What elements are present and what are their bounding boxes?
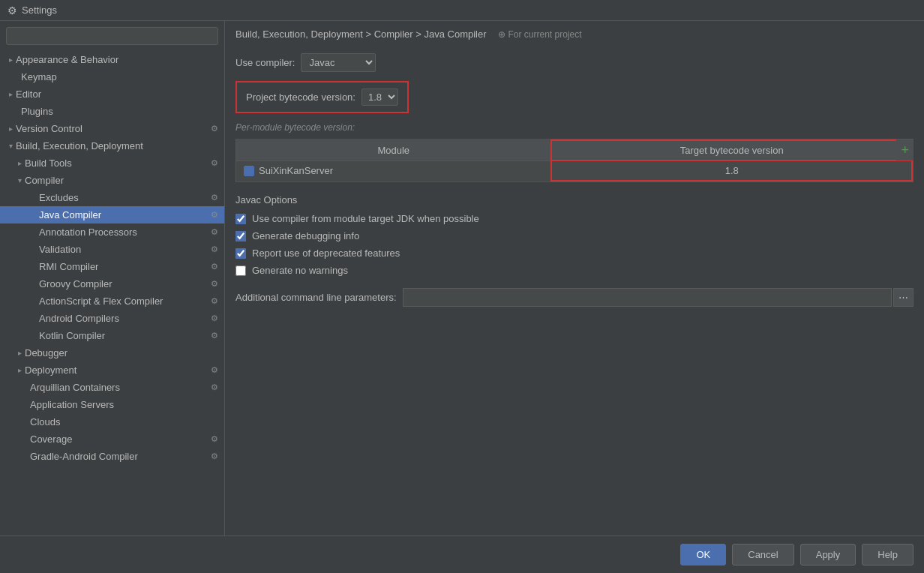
sidebar-item-label-versionControl: Version Control xyxy=(16,123,82,134)
settings-icon: ⚙ xyxy=(8,4,17,16)
target-version-cell: 1.8 xyxy=(551,160,912,181)
option-label-useCompilerFromModule: Use compiler from module target JDK when… xyxy=(252,213,479,224)
sidebar-item-label-annotationProcessors: Annotation Processors xyxy=(39,226,137,238)
expand-icon-versionControl xyxy=(9,124,13,133)
sidebar-item-label-keymap: Keymap xyxy=(21,71,57,82)
dialog-footer: OK Cancel Apply Help xyxy=(0,536,924,573)
sidebar-item-gradleAndroid[interactable]: Gradle-Android Compiler⚙ xyxy=(0,448,224,465)
cancel-button[interactable]: Cancel xyxy=(732,544,794,566)
sidebar-item-label-editor: Editor xyxy=(16,88,41,100)
sidebar-item-arquillianContainers[interactable]: Arquillian Containers⚙ xyxy=(0,379,224,396)
use-compiler-label: Use compiler: xyxy=(236,57,295,68)
option-row-useCompilerFromModule: Use compiler from module target JDK when… xyxy=(236,213,914,224)
checkbox-useCompilerFromModule[interactable] xyxy=(236,214,246,224)
sidebar-item-rmiCompiler[interactable]: RMI Compiler⚙ xyxy=(0,258,224,275)
checkbox-generateDebuggingInfo[interactable] xyxy=(236,231,246,242)
sidebar-item-plugins[interactable]: Plugins xyxy=(0,103,224,120)
sidebar-item-applicationServers[interactable]: Application Servers xyxy=(0,396,224,413)
sidebar-item-label-plugins: Plugins xyxy=(21,106,53,117)
expand-icon-compiler xyxy=(18,176,22,184)
sidebar-item-label-rmiCompiler: RMI Compiler xyxy=(39,261,98,272)
sidebar-item-debugger[interactable]: Debugger xyxy=(0,344,224,362)
sidebar-item-groovyCompiler[interactable]: Groovy Compiler⚙ xyxy=(0,275,224,292)
javac-options-title: Javac Options xyxy=(236,194,914,206)
project-bytecode-box: Project bytecode version: 1.8 xyxy=(236,81,409,113)
compiler-select[interactable]: Javac xyxy=(301,53,376,72)
sidebar-item-deployment[interactable]: Deployment⚙ xyxy=(0,362,224,379)
settings-icon-excludes: ⚙ xyxy=(211,193,218,202)
cmd-browse-button[interactable]: ⋯ xyxy=(893,288,914,307)
compiler-row: Use compiler: Javac xyxy=(236,53,914,72)
settings-icon-groovyCompiler: ⚙ xyxy=(211,279,218,289)
sidebar-item-keymap[interactable]: Keymap xyxy=(0,68,224,86)
settings-icon-deployment: ⚙ xyxy=(211,365,218,375)
sidebar-item-compiler[interactable]: Compiler xyxy=(0,172,224,189)
option-label-generateDebuggingInfo: Generate debugging info xyxy=(252,230,359,242)
add-module-button[interactable]: + xyxy=(896,140,914,160)
sidebar-item-appearance[interactable]: Appearance & Behavior xyxy=(0,51,224,68)
project-bytecode-label: Project bytecode version: xyxy=(246,92,356,103)
help-button[interactable]: Help xyxy=(862,544,914,566)
ok-button[interactable]: OK xyxy=(680,544,726,566)
sidebar-item-excludes[interactable]: Excludes⚙ xyxy=(0,189,224,206)
cmd-row: Additional command line parameters: ⋯ xyxy=(236,288,914,307)
title-bar: ⚙ Settings xyxy=(0,0,924,21)
bytecode-version-select[interactable]: 1.8 xyxy=(362,88,398,106)
sidebar-item-label-buildTools: Build Tools xyxy=(25,158,72,169)
target-version-column-header: Target bytecode version xyxy=(551,140,912,160)
expand-icon-editor xyxy=(9,90,13,98)
checkbox-reportDeprecated[interactable] xyxy=(236,248,246,259)
module-icon xyxy=(244,166,254,176)
sidebar-item-label-groovyCompiler: Groovy Compiler xyxy=(39,278,112,290)
sidebar-item-clouds[interactable]: Clouds xyxy=(0,413,224,430)
settings-icon-validation: ⚙ xyxy=(211,244,218,254)
expand-icon-buildTools xyxy=(18,159,22,167)
sidebar: Appearance & BehaviorKeymapEditorPlugins… xyxy=(0,21,225,536)
module-table: Module Target bytecode version SuiXinKan… xyxy=(236,140,913,182)
sidebar-item-annotationProcessors[interactable]: Annotation Processors⚙ xyxy=(0,224,224,241)
expand-icon-debugger xyxy=(18,349,22,357)
sidebar-item-label-applicationServers: Application Servers xyxy=(30,399,114,410)
option-label-generateNoWarnings: Generate no warnings xyxy=(252,265,348,276)
content-area: Use compiler: Javac Project bytecode ver… xyxy=(225,46,924,536)
expand-icon-deployment xyxy=(18,366,22,374)
option-row-generateNoWarnings: Generate no warnings xyxy=(236,265,914,276)
sidebar-item-label-androidCompilers: Android Compilers xyxy=(39,313,119,324)
sidebar-item-validation[interactable]: Validation⚙ xyxy=(0,241,224,258)
sidebar-item-androidCompilers[interactable]: Android Compilers⚙ xyxy=(0,310,224,327)
settings-icon-arquillianContainers: ⚙ xyxy=(211,382,218,392)
sidebar-item-buildExecDeploy[interactable]: Build, Execution, Deployment xyxy=(0,137,224,154)
checkbox-generateNoWarnings[interactable] xyxy=(236,266,246,276)
search-input[interactable] xyxy=(6,27,218,45)
settings-icon-gradleAndroid: ⚙ xyxy=(211,452,218,461)
sidebar-item-actionScriptFlex[interactable]: ActionScript & Flex Compiler⚙ xyxy=(0,292,224,310)
sidebar-item-coverage[interactable]: Coverage⚙ xyxy=(0,430,224,448)
table-row: SuiXinKanServer1.8 xyxy=(236,160,912,181)
per-module-label: Per-module bytecode version: xyxy=(236,122,914,133)
sidebar-item-label-arquillianContainers: Arquillian Containers xyxy=(30,382,120,393)
option-label-reportDeprecated: Report use of deprecated features xyxy=(252,248,400,259)
option-row-generateDebuggingInfo: Generate debugging info xyxy=(236,230,914,242)
sidebar-item-label-validation: Validation xyxy=(39,244,81,255)
option-row-reportDeprecated: Report use of deprecated features xyxy=(236,248,914,259)
sidebar-item-label-compiler: Compiler xyxy=(25,175,64,186)
sidebar-item-versionControl[interactable]: Version Control⚙ xyxy=(0,120,224,137)
settings-icon-javaCompiler: ⚙ xyxy=(211,210,218,220)
settings-icon-rmiCompiler: ⚙ xyxy=(211,262,218,272)
sidebar-item-label-gradleAndroid: Gradle-Android Compiler xyxy=(30,451,138,462)
sidebar-item-kotlinCompiler[interactable]: Kotlin Compiler⚙ xyxy=(0,327,224,344)
settings-icon-annotationProcessors: ⚙ xyxy=(211,227,218,237)
apply-button[interactable]: Apply xyxy=(800,544,856,566)
sidebar-item-buildTools[interactable]: Build Tools⚙ xyxy=(0,154,224,172)
sidebar-item-editor[interactable]: Editor xyxy=(0,86,224,103)
dialog-body: Appearance & BehaviorKeymapEditorPlugins… xyxy=(0,21,924,536)
expand-icon-appearance xyxy=(9,56,13,64)
breadcrumb: Build, Execution, Deployment > Compiler … xyxy=(225,21,924,46)
cmd-input[interactable] xyxy=(403,288,892,307)
sidebar-item-javaCompiler[interactable]: Java Compiler⚙ xyxy=(0,206,224,224)
settings-icon-versionControl: ⚙ xyxy=(211,124,218,134)
sidebar-item-label-excludes: Excludes xyxy=(39,192,79,203)
sidebar-item-label-buildExecDeploy: Build, Execution, Deployment xyxy=(16,140,143,152)
settings-icon-androidCompilers: ⚙ xyxy=(211,314,218,323)
module-column-header: Module xyxy=(236,140,551,160)
